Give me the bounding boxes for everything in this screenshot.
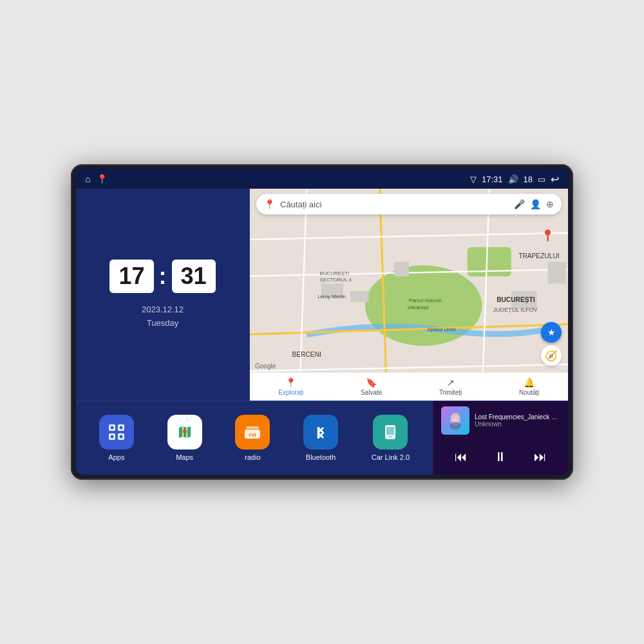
maps-icon-bubble [167, 415, 202, 450]
back-icon[interactable]: ↩ [551, 173, 559, 185]
map-widget[interactable]: TRAPEZULUI BUCUREȘTI JUDEȚUL ILFOV BERCE… [250, 189, 568, 401]
music-controls: ⏮ ⏸ ⏭ [441, 444, 560, 469]
svg-point-38 [183, 430, 187, 433]
svg-text:TRAPEZULUI: TRAPEZULUI [518, 252, 560, 260]
map-tab-saved-label: Salvate [361, 389, 382, 396]
carlink-icon-bubble [373, 415, 408, 450]
map-tab-explore-label: Explorați [278, 389, 303, 396]
google-watermark: Google [255, 363, 276, 370]
svg-rect-46 [386, 427, 394, 435]
svg-point-36 [119, 435, 122, 439]
music-play-pause-button[interactable]: ⏸ [491, 447, 509, 467]
map-compass-button[interactable]: 🧭 [541, 345, 562, 366]
status-bar-left: ⌂ 📍 [85, 174, 108, 184]
map-pin-icon: 📍 [264, 199, 275, 209]
maps-status-icon[interactable]: 📍 [97, 174, 108, 184]
map-search-icons: 🎤 👤 ⊕ [514, 199, 554, 209]
music-prev-button[interactable]: ⏮ [452, 447, 470, 467]
clock-hours: 17 [109, 260, 153, 293]
home-icon[interactable]: ⌂ [85, 174, 90, 184]
status-time: 17:31 [482, 175, 503, 184]
maps-label: Maps [176, 453, 193, 461]
apps-label: Apps [108, 453, 124, 461]
main-content: 17 : 31 2023.12.12 Tuesday [76, 189, 568, 475]
music-player: Lost Frequencies_Janieck Devy-... Unknow… [433, 401, 568, 475]
svg-text:Parcul Natural: Parcul Natural [409, 298, 442, 303]
svg-rect-14 [548, 261, 566, 283]
app-icon-bluetooth[interactable]: Bluetooth [303, 415, 338, 461]
svg-text:BUCUREȘTI: BUCUREȘTI [497, 296, 535, 303]
svg-point-51 [451, 413, 460, 423]
status-bar: ⌂ 📍 ▽ 17:31 🔊 18 ▭ ↩ [76, 169, 568, 189]
top-row: 17 : 31 2023.12.12 Tuesday [76, 189, 568, 401]
svg-point-27 [545, 230, 551, 236]
svg-rect-12 [394, 261, 409, 276]
screen: ⌂ 📍 ▽ 17:31 🔊 18 ▭ ↩ 17 : [76, 169, 568, 475]
radio-icon-bubble: FM [235, 415, 270, 450]
svg-text:Văcărești: Văcărești [408, 305, 429, 310]
music-info: Lost Frequencies_Janieck Devy-... Unknow… [441, 406, 560, 435]
clock-widget: 17 : 31 2023.12.12 Tuesday [76, 189, 250, 401]
map-tab-news[interactable]: 🔔 Noutăți [519, 377, 540, 396]
map-tab-share[interactable]: ↗ Trimiteți [439, 377, 462, 396]
layers-icon[interactable]: ⊕ [546, 199, 554, 209]
apps-icon-bubble [99, 415, 134, 450]
svg-text:SECTORUL 4: SECTORUL 4 [320, 277, 352, 283]
bluetooth-label: Bluetooth [306, 453, 336, 461]
app-icons-area: Apps Maps [76, 401, 433, 475]
svg-point-52 [450, 422, 461, 430]
news-icon: 🔔 [524, 377, 535, 388]
voice-search-icon[interactable]: 🎤 [514, 199, 525, 209]
clock-minutes: 31 [172, 260, 216, 293]
explore-icon: 📍 [285, 377, 296, 388]
svg-rect-47 [388, 436, 392, 437]
share-icon: ↗ [447, 377, 455, 388]
map-bottom-bar: 📍 Explorați 🔖 Salvate ↗ Trimiteți 🔔 [250, 372, 568, 401]
map-tab-explore[interactable]: 📍 Explorați [278, 377, 303, 396]
svg-rect-11 [350, 291, 368, 302]
svg-text:BERCENI: BERCENI [292, 351, 321, 358]
svg-point-35 [110, 435, 113, 439]
svg-rect-42 [246, 426, 259, 429]
status-bar-right: ▽ 17:31 🔊 18 ▭ ↩ [470, 173, 559, 185]
carlink-label: Car Link 2.0 [372, 453, 410, 461]
svg-text:Splaiul Unirii: Splaiul Unirii [427, 327, 455, 332]
map-tab-share-label: Trimiteți [439, 389, 462, 396]
clock-date: 2023.12.12 Tuesday [142, 303, 184, 330]
bluetooth-icon-bubble [303, 415, 338, 450]
bottom-row: Apps Maps [76, 401, 568, 475]
clock-colon: : [159, 265, 167, 288]
svg-point-33 [110, 426, 113, 430]
svg-text:FM: FM [249, 432, 257, 438]
music-text: Lost Frequencies_Janieck Devy-... Unknow… [475, 413, 560, 428]
volume-icon: 🔊 [508, 175, 518, 184]
svg-text:Leroy Merlin: Leroy Merlin [317, 294, 346, 299]
svg-text:JUDEȚUL ILFOV: JUDEȚUL ILFOV [493, 307, 537, 313]
app-icon-radio[interactable]: FM radio [235, 415, 270, 461]
saved-icon: 🔖 [366, 377, 377, 388]
map-search-text: Căutați aici [280, 200, 321, 209]
music-next-button[interactable]: ⏭ [531, 447, 549, 467]
music-artist: Unknown [475, 421, 560, 428]
app-icon-carlink[interactable]: Car Link 2.0 [372, 415, 410, 461]
map-search-bar[interactable]: 📍 Căutați aici 🎤 👤 ⊕ [256, 194, 562, 214]
battery-icon: ▭ [538, 175, 545, 184]
clock-display: 17 : 31 [109, 260, 215, 293]
battery-level: 18 [524, 175, 533, 184]
map-tab-news-label: Noutăți [519, 389, 540, 396]
signal-icon: ▽ [470, 175, 477, 184]
radio-label: radio [245, 453, 260, 461]
svg-rect-43 [310, 421, 332, 443]
svg-point-34 [119, 426, 122, 430]
music-album-art [441, 406, 469, 435]
app-icon-apps[interactable]: Apps [99, 415, 134, 461]
map-tab-saved[interactable]: 🔖 Salvate [361, 377, 382, 396]
svg-text:BUCUREȘTI: BUCUREȘTI [320, 270, 350, 276]
map-navigate-button[interactable]: ★ [541, 322, 562, 343]
car-head-unit: ⌂ 📍 ▽ 17:31 🔊 18 ▭ ↩ 17 : [71, 164, 573, 480]
app-icon-maps[interactable]: Maps [167, 415, 202, 461]
music-title: Lost Frequencies_Janieck Devy-... [475, 413, 560, 421]
user-avatar-icon[interactable]: 👤 [530, 199, 541, 209]
